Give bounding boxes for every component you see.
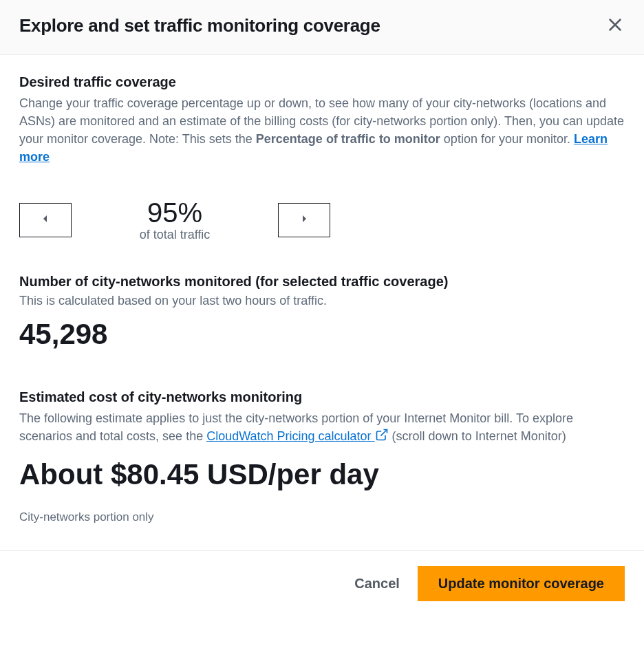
percentage-stepper: 95% of total traffic (19, 197, 625, 242)
increase-button[interactable] (278, 203, 330, 237)
desired-coverage-section: Desired traffic coverage Change your tra… (19, 74, 625, 242)
cost-value: About $80.45 USD/per day (19, 458, 625, 491)
coverage-description: Change your traffic coverage percentage … (19, 94, 625, 166)
cost-note: City-networks portion only (19, 510, 625, 524)
cost-desc-part2: (scroll down to Internet Monitor) (389, 429, 566, 443)
city-networks-subdesc: This is calculated based on your last tw… (19, 294, 625, 308)
modal-body: Desired traffic coverage Change your tra… (0, 55, 644, 550)
coverage-section-title: Desired traffic coverage (19, 74, 625, 90)
percent-caption: of total traffic (140, 228, 211, 242)
modal-header: Explore and set traffic monitoring cover… (0, 0, 644, 55)
city-networks-value: 45,298 (19, 318, 625, 351)
city-networks-section: Number of city-networks monitored (for s… (19, 274, 625, 351)
pricing-calculator-link[interactable]: CloudWatch Pricing calculator (206, 429, 388, 443)
city-networks-title: Number of city-networks monitored (for s… (19, 274, 625, 290)
modal-title: Explore and set traffic monitoring cover… (19, 15, 380, 36)
external-link-icon (375, 428, 389, 442)
pricing-link-text: CloudWatch Pricing calculator (206, 429, 371, 443)
percent-value: 95% (147, 197, 202, 228)
decrease-button[interactable] (19, 203, 72, 237)
coverage-desc-bold: Percentage of traffic to monitor (256, 132, 440, 146)
caret-left-icon (40, 213, 51, 226)
percent-display: 95% of total traffic (113, 197, 237, 242)
cost-description: The following estimate applies to just t… (19, 409, 625, 445)
cost-section: Estimated cost of city-networks monitori… (19, 389, 625, 523)
caret-right-icon (299, 213, 310, 226)
cancel-button[interactable]: Cancel (354, 576, 400, 592)
cost-title: Estimated cost of city-networks monitori… (19, 389, 625, 405)
modal-footer: Cancel Update monitor coverage (0, 550, 644, 616)
close-icon (608, 18, 622, 34)
close-button[interactable] (605, 15, 625, 36)
coverage-desc-part2: option for your monitor. (440, 132, 574, 146)
update-coverage-button[interactable]: Update monitor coverage (418, 566, 625, 601)
